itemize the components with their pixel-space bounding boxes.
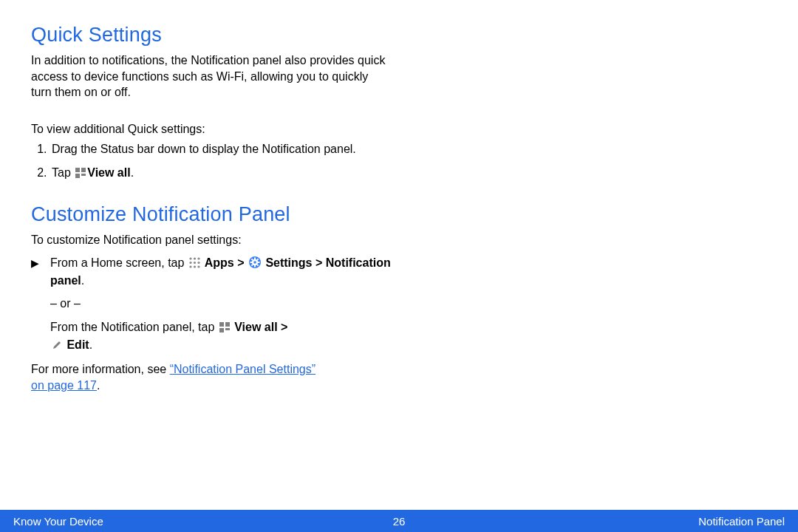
line1-suffix: .: [81, 274, 84, 287]
svg-point-4: [189, 258, 191, 260]
procedure-alt: From the Notification panel, tap View al…: [50, 319, 415, 354]
heading-quick-settings: Quick Settings: [31, 24, 768, 47]
svg-line-20: [251, 259, 253, 261]
steps-lead: To view additional Quick settings:: [31, 121, 415, 137]
or-separator: – or –: [50, 296, 415, 312]
svg-point-6: [197, 258, 200, 260]
line2-viewall: View all >: [231, 321, 288, 333]
customize-lead: To customize Notification panel settings…: [31, 232, 415, 248]
step-1: Drag the Status bar down to display the …: [50, 141, 415, 157]
apps-grid-icon: [189, 256, 200, 273]
intro-paragraph: In addition to notifications, the Notifi…: [31, 52, 386, 100]
svg-point-9: [197, 262, 200, 264]
procedure-item: ▶ From a Home screen, tap Apps > Setting…: [31, 255, 415, 288]
footer-left: Know Your Device: [0, 515, 393, 528]
heading-customize: Customize Notification Panel: [31, 203, 768, 226]
svg-line-22: [251, 265, 253, 266]
tiles-grid-icon: [75, 166, 86, 183]
step-2-suffix: .: [131, 166, 134, 179]
step-2-viewall: View all: [87, 166, 130, 179]
step-2: Tap View all.: [50, 165, 415, 183]
line1-prefix: From a Home screen, tap: [50, 256, 188, 269]
more-prefix: For more information, see: [31, 363, 170, 375]
line2-suffix: .: [89, 338, 92, 351]
svg-line-23: [257, 259, 259, 261]
svg-point-7: [189, 262, 191, 264]
arrow-bullet-icon: ▶: [31, 255, 50, 288]
svg-rect-0: [75, 168, 80, 172]
line2-edit: Edit: [64, 338, 89, 351]
more-suffix: .: [97, 379, 100, 392]
tiles-grid-icon: [219, 321, 230, 337]
page-footer: Know Your Device 26 Notification Panel: [0, 510, 798, 532]
svg-rect-24: [219, 322, 224, 327]
footer-right: Notification Panel: [405, 515, 798, 528]
svg-rect-2: [75, 174, 80, 178]
svg-rect-25: [225, 322, 230, 327]
svg-point-10: [189, 266, 191, 268]
svg-rect-27: [225, 328, 230, 330]
svg-rect-26: [219, 328, 224, 332]
svg-point-12: [197, 266, 200, 268]
svg-point-15: [253, 261, 256, 264]
settings-gear-icon: [249, 256, 261, 273]
svg-point-11: [194, 266, 196, 268]
more-info: For more information, see “Notification …: [31, 361, 386, 393]
svg-rect-3: [81, 174, 86, 176]
svg-line-21: [257, 265, 259, 266]
line2-prefix: From the Notification panel, tap: [50, 321, 218, 333]
pencil-edit-icon: [52, 338, 62, 355]
svg-point-5: [194, 258, 196, 260]
svg-rect-1: [81, 168, 86, 172]
line1-apps: Apps >: [202, 256, 248, 269]
svg-point-8: [194, 262, 196, 264]
step-2-prefix: Tap: [52, 166, 74, 179]
steps-list: Drag the Status bar down to display the …: [31, 141, 415, 182]
footer-page-number: 26: [393, 515, 406, 528]
